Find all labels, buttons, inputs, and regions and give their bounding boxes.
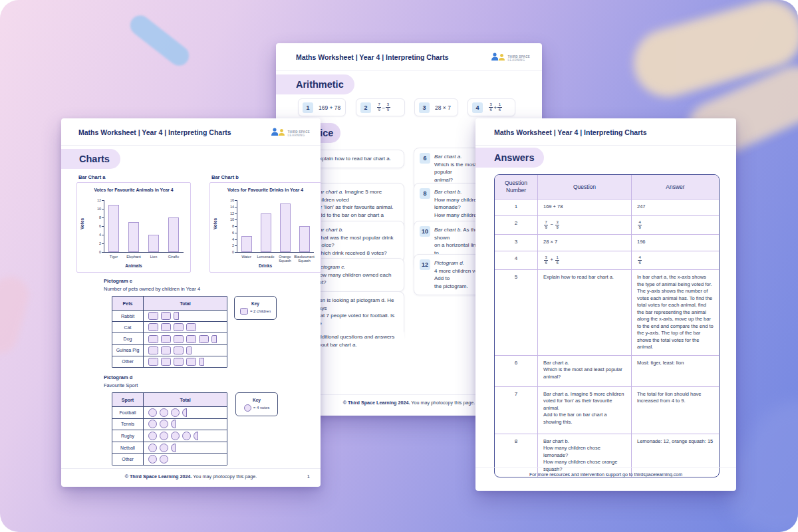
text-segment: In bar chart a, the x-axis shows the typ… — [637, 274, 714, 350]
square-symbol — [186, 358, 196, 366]
answer-row-number: 2 — [495, 216, 537, 234]
pictogram-c-table: PetsTotalRabbitCatDogGuinea PigOther — [112, 296, 227, 368]
fraction: 39 — [386, 102, 390, 112]
answer-row-question: 36 + 16 — [537, 251, 631, 269]
y-tick-mark — [235, 219, 237, 220]
pictogram-row-label: Cat — [112, 322, 144, 332]
answer-line: 247 — [637, 203, 714, 211]
answers-row-8: 8Bar chart b.How many children chose lem… — [495, 434, 719, 477]
pictogram-header-row: PetsTotal — [112, 297, 227, 310]
pictogram-symbols — [144, 442, 227, 454]
text-segment: Explain how to read bar chart a. — [316, 156, 391, 162]
fraction-numerator: 4 — [638, 220, 642, 225]
x-category-line: Squash — [290, 259, 319, 263]
text-segment: Which drink received 8 votes? — [316, 250, 387, 256]
question-line: Bar chart a. Imagine 5 more children vot… — [316, 188, 398, 203]
fraction: 36 — [489, 102, 493, 112]
decor-blue-capsule — [126, 11, 193, 70]
half-square-symbol — [211, 335, 217, 343]
question-line: Bar chart b. — [543, 438, 626, 446]
fraction-denominator: 9 — [377, 108, 381, 112]
pictogram-d-label: Pictogram d — [104, 374, 132, 380]
answer-row-answer: 49 — [631, 216, 719, 234]
pictogram-col2-header: Total — [144, 393, 227, 406]
section-pill-answers: Answers — [475, 148, 544, 168]
answers-row-1: 1169 + 78247 — [495, 199, 719, 215]
square-symbol — [148, 312, 158, 320]
answer-row-question: 79 − 39 — [537, 216, 631, 234]
text-segment: How many children chose lemonade? — [543, 445, 600, 458]
pictogram-row-label: Rabbit — [112, 311, 144, 321]
y-tick-mark — [235, 233, 237, 233]
fraction-numerator: 1 — [555, 255, 559, 261]
worksheet-page-answers: Maths Worksheet | Year 4 | Interpreting … — [475, 118, 736, 491]
pictogram-row-cat: Cat — [112, 321, 227, 332]
x-axis-line — [237, 252, 314, 253]
pictogram-row-other: Other — [112, 453, 227, 465]
square-symbol — [174, 358, 184, 366]
answer-line: 46 — [637, 255, 714, 265]
section-title: Charts — [61, 154, 110, 164]
answers-row-4: 436 + 1646 — [495, 251, 719, 269]
circle-symbol — [148, 455, 157, 464]
answer-row-answer: In bar chart a, the x-axis shows the typ… — [631, 270, 719, 355]
problem-expression: 169 + 78 — [319, 104, 340, 111]
y-tick-mark — [102, 243, 104, 244]
half-circle-symbol — [194, 432, 198, 440]
answer-row-number: 6 — [495, 356, 537, 386]
y-tick-mark — [102, 252, 104, 253]
logo-wordmark: THIRD SPACELEARNING — [508, 55, 530, 62]
text-segment: Which is the most and least popular anim… — [543, 366, 622, 380]
text-segment: the pictogram. — [434, 283, 468, 289]
text-segment: − — [382, 104, 385, 111]
answer-row-answer: The total for lion should have increased… — [631, 387, 719, 434]
answer-row-answer: 46 — [631, 251, 719, 269]
question-text: Pictogram c.How many children owned each… — [316, 263, 398, 287]
question-line: Ben is looking at pictogram d. He says — [316, 297, 398, 312]
text-segment: Additional questions and answers about b… — [315, 334, 394, 348]
square-symbol — [148, 335, 158, 343]
answer-row-number: 4 — [495, 251, 537, 269]
y-tick-label: 0 — [90, 250, 101, 254]
page-title: Maths Worksheet | Year 4 | Interpreting … — [494, 128, 647, 136]
third-space-learning-logo: THIRD SPACELEARNING — [271, 127, 310, 140]
key-text: = 2 children — [250, 309, 271, 313]
pictogram-row-tennis: Tennis — [112, 418, 227, 430]
square-symbol — [161, 358, 171, 366]
square-symbol — [186, 335, 196, 343]
text-segment: Bar chart a. — [543, 360, 569, 366]
y-tick-label: 8 — [223, 224, 234, 228]
fraction-numerator: 7 — [377, 102, 381, 108]
pictogram-row-label: Other — [112, 454, 144, 465]
text-segment: Ben is looking at pictogram d. He says — [316, 297, 394, 311]
square-key-symbol — [240, 308, 248, 315]
question-line: that 7 people voted for football. Is he — [316, 312, 398, 327]
half-square-symbol — [199, 358, 204, 366]
square-symbol — [161, 312, 171, 320]
question-line: Add to the bar on bar chart a showing th… — [543, 412, 626, 426]
question-line: How many children owned each pet? — [316, 271, 398, 287]
y-tick-mark — [102, 235, 104, 235]
question-number-badge: 3 — [419, 102, 430, 113]
half-square-symbol — [174, 312, 179, 320]
fraction: 39 — [555, 220, 559, 230]
key-row: = 2 children — [240, 308, 271, 315]
answers-row-6: 6Bar chart a.Which is the most and least… — [495, 355, 719, 386]
pictogram-row-label: Other — [112, 356, 144, 367]
key-text: = 4 votes — [253, 406, 270, 410]
answer-row-answer: 247 — [631, 200, 719, 215]
pictogram-symbols — [144, 407, 227, 418]
chart-title: Votes for Favourite Animals in Year 4 — [77, 188, 190, 192]
answer-row-number: 7 — [495, 387, 537, 434]
logo-mark-icon — [491, 52, 505, 65]
text-segment: How many children owned each pet? — [316, 272, 391, 286]
third-space-learning-logo: THIRD SPACELEARNING — [491, 52, 530, 65]
logo-line2: LEARNING — [508, 59, 530, 62]
fraction-denominator: 6 — [638, 261, 642, 265]
page-number: 1 — [307, 473, 310, 479]
y-tick-label: 4 — [90, 233, 101, 237]
y-tick-mark — [235, 239, 237, 240]
header-divider — [475, 145, 736, 146]
section-pill-charts: Charts — [61, 149, 120, 169]
footer-normal: You may photocopy this page. — [410, 400, 475, 406]
